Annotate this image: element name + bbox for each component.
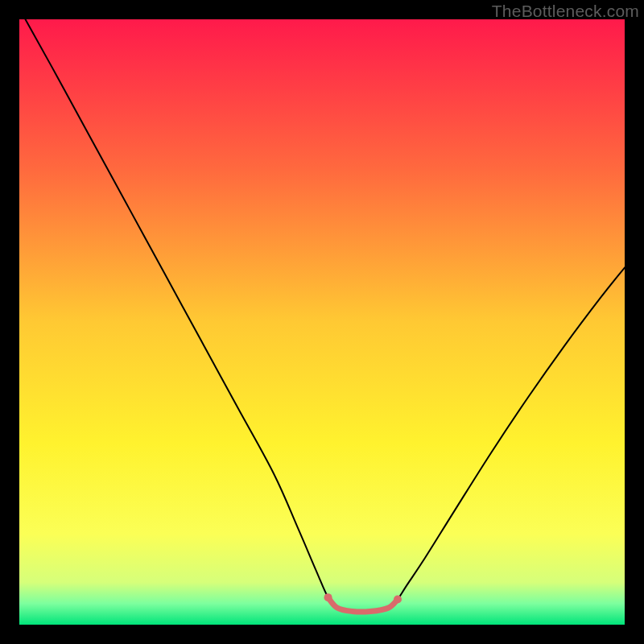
highlight-endpoint-dot <box>394 595 402 603</box>
chart-svg <box>19 19 625 625</box>
gradient-background <box>19 19 625 625</box>
plot-area <box>19 19 625 625</box>
highlight-endpoint-dot <box>324 593 332 601</box>
watermark-text: TheBottleneck.com <box>492 2 639 21</box>
chart-frame: TheBottleneck.com <box>0 0 644 644</box>
